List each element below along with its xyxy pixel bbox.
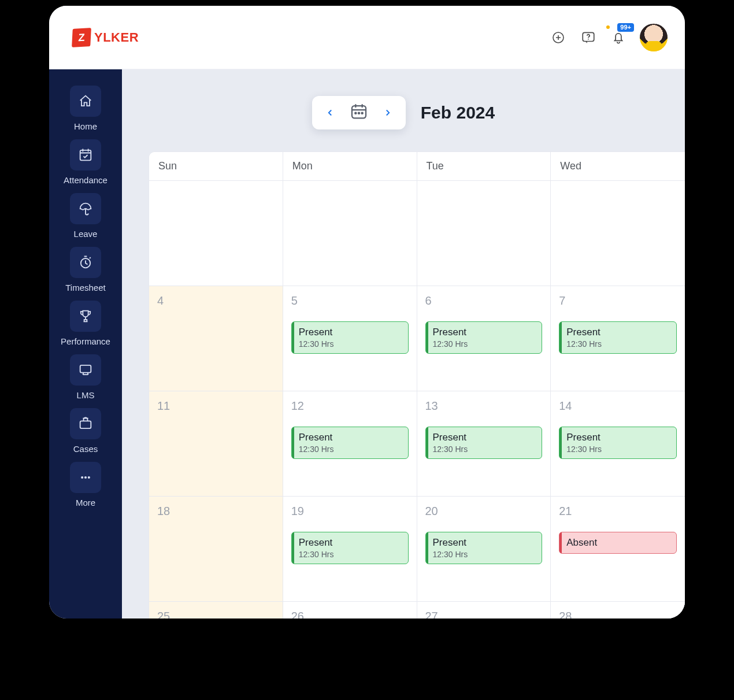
calendar-day-cell[interactable]: 21Absent — [551, 497, 685, 602]
svg-point-7 — [81, 476, 83, 479]
svg-point-11 — [355, 113, 356, 114]
chevron-right-icon — [383, 108, 393, 118]
calendar-day-cell[interactable]: 27 — [417, 602, 551, 618]
calendar-day-cell[interactable] — [283, 181, 417, 286]
help-chat-icon — [581, 30, 596, 45]
sidebar-item-lms[interactable]: LMS — [49, 354, 122, 400]
calendar-check-icon — [70, 139, 101, 171]
next-month-button[interactable] — [378, 103, 398, 123]
attendance-event-present[interactable]: Present12:30 Hrs — [291, 321, 409, 354]
calendar-day-header: Mon — [283, 152, 417, 181]
briefcase-icon — [70, 408, 101, 439]
calendar-day-cell[interactable] — [551, 181, 685, 286]
calendar-day-cell[interactable]: 25 — [149, 602, 283, 618]
calendar-day-header: Sun — [149, 152, 283, 181]
brand-logo: Z YLKER — [72, 28, 139, 47]
svg-point-2 — [588, 38, 589, 39]
attendance-event-present[interactable]: Present12:30 Hrs — [425, 427, 543, 459]
calendar-week-row: 1112Present12:30 Hrs13Present12:30 Hrs14… — [149, 391, 685, 497]
calendar-week-row: 45Present12:30 Hrs6Present12:30 Hrs7Pres… — [149, 286, 685, 391]
attendance-event-present[interactable]: Present12:30 Hrs — [559, 427, 677, 459]
main-content: Feb 2024 SunMonTueWed 45Present12:30 Hrs… — [122, 69, 685, 618]
day-number: 27 — [425, 610, 543, 618]
calendar-day-cell[interactable] — [417, 181, 551, 286]
sidebar-item-home[interactable]: Home — [49, 86, 122, 131]
day-number: 13 — [425, 399, 543, 413]
day-number: 28 — [559, 610, 677, 618]
event-title: Present — [566, 327, 669, 338]
help-button[interactable] — [580, 29, 597, 46]
event-title: Present — [433, 537, 535, 549]
calendar-day-cell[interactable]: 13Present12:30 Hrs — [417, 391, 551, 497]
sidebar-item-performance[interactable]: Performance — [49, 301, 122, 346]
event-title: Present — [433, 327, 535, 338]
calendar-week-row: 25262728 — [149, 602, 685, 618]
umbrella-icon — [70, 193, 101, 224]
svg-rect-6 — [80, 421, 91, 428]
day-number: 7 — [559, 294, 677, 308]
calendar-day-cell[interactable]: 26 — [283, 602, 417, 618]
add-button[interactable] — [550, 29, 567, 46]
svg-point-8 — [84, 476, 87, 479]
sidebar-item-attendance[interactable]: Attendance — [49, 139, 122, 185]
attendance-event-present[interactable]: Present12:30 Hrs — [559, 321, 677, 354]
svg-rect-3 — [80, 150, 91, 161]
app-frame: Z YLKER 99+ Home — [49, 6, 685, 618]
day-number: 12 — [291, 399, 409, 413]
svg-point-13 — [361, 113, 362, 114]
topbar: Z YLKER 99+ — [49, 6, 685, 69]
calendar-day-cell[interactable]: 4 — [149, 286, 283, 391]
calendar-day-cell[interactable]: 11 — [149, 391, 283, 497]
sidebar-item-timesheet[interactable]: Timesheet — [49, 247, 122, 292]
sidebar: Home Attendance Leave Timesheet Performa… — [49, 69, 122, 618]
sidebar-item-label: LMS — [77, 390, 95, 400]
sidebar-item-label: Attendance — [64, 175, 107, 185]
sidebar-item-more[interactable]: More — [49, 462, 122, 508]
calendar-day-cell[interactable]: 20Present12:30 Hrs — [417, 497, 551, 602]
calendar-day-cell[interactable]: 28 — [551, 602, 685, 618]
sidebar-item-label: Cases — [73, 444, 98, 454]
day-number: 19 — [291, 505, 409, 518]
notification-count-badge: 99+ — [617, 23, 634, 32]
attendance-event-present[interactable]: Present12:30 Hrs — [425, 321, 543, 354]
event-title: Present — [299, 327, 401, 338]
plus-circle-icon — [551, 31, 565, 45]
calendar-day-cell[interactable]: 6Present12:30 Hrs — [417, 286, 551, 391]
calendar-day-header: Tue — [417, 152, 551, 181]
calendar-day-header: Wed — [551, 152, 685, 181]
day-number: 18 — [157, 505, 275, 518]
chevron-left-icon — [325, 108, 335, 118]
brand-mark: Z — [72, 28, 91, 47]
calendar-header-row: SunMonTueWed — [149, 152, 685, 181]
sidebar-item-cases[interactable]: Cases — [49, 408, 122, 454]
event-hours: 12:30 Hrs — [433, 339, 535, 349]
calendar-day-cell[interactable]: 18 — [149, 497, 283, 602]
event-title: Present — [566, 432, 669, 443]
calendar-week-row: 1819Present12:30 Hrs20Present12:30 Hrs21… — [149, 497, 685, 602]
calendar-day-cell[interactable]: 12Present12:30 Hrs — [283, 391, 417, 497]
stopwatch-icon — [70, 247, 101, 278]
attendance-event-absent[interactable]: Absent — [559, 532, 677, 554]
day-number: 6 — [425, 294, 543, 308]
more-icon — [70, 462, 101, 493]
calendar-day-cell[interactable]: 5Present12:30 Hrs — [283, 286, 417, 391]
home-icon — [70, 86, 101, 117]
user-avatar[interactable] — [640, 24, 668, 51]
calendar-icon[interactable] — [344, 102, 373, 124]
attendance-event-present[interactable]: Present12:30 Hrs — [291, 532, 409, 564]
notifications-button[interactable]: 99+ — [610, 29, 627, 46]
event-hours: 12:30 Hrs — [433, 550, 535, 559]
day-number: 5 — [291, 294, 409, 308]
calendar-day-cell[interactable]: 14Present12:30 Hrs — [551, 391, 685, 497]
month-label: Feb 2024 — [421, 103, 495, 123]
sidebar-item-leave[interactable]: Leave — [49, 193, 122, 239]
sidebar-item-label: Leave — [74, 229, 98, 239]
sidebar-item-label: Timesheet — [65, 283, 105, 292]
calendar-day-cell[interactable] — [149, 181, 283, 286]
attendance-event-present[interactable]: Present12:30 Hrs — [425, 532, 543, 564]
attendance-event-present[interactable]: Present12:30 Hrs — [291, 427, 409, 459]
calendar-day-cell[interactable]: 19Present12:30 Hrs — [283, 497, 417, 602]
prev-month-button[interactable] — [320, 103, 340, 123]
calendar-day-cell[interactable]: 7Present12:30 Hrs — [551, 286, 685, 391]
event-title: Present — [299, 537, 401, 549]
